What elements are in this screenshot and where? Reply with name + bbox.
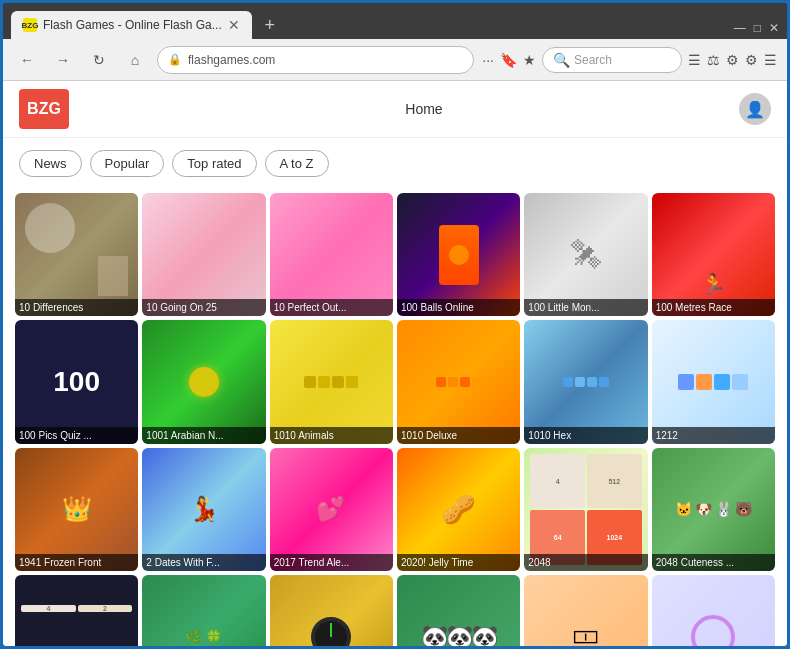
address-bar[interactable]: 🔒 flashgames.com: [157, 46, 474, 74]
nav-actions: ··· 🔖 ★ 🔍 Search ☰ ⚖ ⚙ ⚙ ☰: [482, 47, 777, 73]
game-card-1212[interactable]: 1212: [652, 320, 775, 443]
search-bar[interactable]: 🔍 Search: [542, 47, 682, 73]
game-title: 1010 Deluxe: [397, 427, 520, 444]
game-card-10-perfect-out[interactable]: 10 Perfect Out...: [270, 193, 393, 316]
tab-title: Flash Games - Online Flash Ga...: [43, 18, 222, 32]
game-card-100-little-mon[interactable]: 🛰 100 Little Mon...: [524, 193, 647, 316]
game-card-2017-trend-ale[interactable]: 💕 2017 Trend Ale...: [270, 448, 393, 571]
game-card-1001-arabian[interactable]: 1001 Arabian N...: [142, 320, 265, 443]
game-card-2-dates-with-f[interactable]: 💃 2 Dates With F...: [142, 448, 265, 571]
game-title: 100 Balls Online: [397, 299, 520, 316]
filter-a-to-z[interactable]: A to Z: [265, 150, 329, 177]
game-title: 100 Little Mon...: [524, 299, 647, 316]
game-card-360-degree[interactable]: 360 Degree: [652, 575, 775, 646]
game-card-2020-jelly-time[interactable]: 🥜 2020! Jelly Time: [397, 448, 520, 571]
tab-close-button[interactable]: ✕: [228, 17, 240, 33]
address-text: flashgames.com: [188, 53, 463, 67]
game-title: 2048 Cuteness ...: [652, 554, 775, 571]
game-title: 10 Perfect Out...: [270, 299, 393, 316]
search-placeholder: Search: [574, 53, 612, 67]
game-card-10-differences[interactable]: 10 Differences: [15, 193, 138, 316]
reload-button[interactable]: ↻: [85, 46, 113, 74]
game-card-2048[interactable]: 4 512 64 1024 2048: [524, 448, 647, 571]
filter-news[interactable]: News: [19, 150, 82, 177]
sync-icon[interactable]: ⚖: [707, 52, 720, 68]
tab-favicon: BZG: [23, 18, 37, 32]
extension2-icon[interactable]: ⚙: [745, 52, 758, 68]
pocket-icon[interactable]: 🔖: [500, 52, 517, 68]
game-title: 2048: [524, 554, 647, 571]
new-tab-button[interactable]: +: [256, 11, 284, 39]
game-card-22-seconds-online[interactable]: 22 Seconds Online: [270, 575, 393, 646]
game-title: 1010 Hex: [524, 427, 647, 444]
maximize-button[interactable]: □: [754, 21, 761, 35]
more-options-icon[interactable]: ···: [482, 52, 494, 68]
game-title: 1010 Animals: [270, 427, 393, 444]
game-card-100-metres-race[interactable]: 🏃 100 Metres Race: [652, 193, 775, 316]
extension-icon[interactable]: ⚙: [726, 52, 739, 68]
game-title: 1941 Frozen Front: [15, 554, 138, 571]
active-tab[interactable]: BZG Flash Games - Online Flash Ga... ✕: [11, 11, 252, 39]
game-title: 10 Differences: [15, 299, 138, 316]
filter-popular[interactable]: Popular: [90, 150, 165, 177]
game-title: 10 Going On 25: [142, 299, 265, 316]
nav-bar: ← → ↻ ⌂ 🔒 flashgames.com ··· 🔖 ★ 🔍 Searc…: [3, 39, 787, 81]
game-title: 2 Dates With F...: [142, 554, 265, 571]
game-card-2048-grow-up[interactable]: 🌿 🍀 2048 Grow Up: [142, 575, 265, 646]
game-title: 100 Metres Race: [652, 299, 775, 316]
home-button[interactable]: ⌂: [121, 46, 149, 74]
site-header: BZG Home 👤: [3, 81, 787, 138]
minimize-button[interactable]: —: [734, 21, 746, 35]
game-card-1010-animals[interactable]: 1010 Animals: [270, 320, 393, 443]
game-title: 2020! Jelly Time: [397, 554, 520, 571]
bookmark-icon[interactable]: ★: [523, 52, 536, 68]
game-card-2048-cuteness[interactable]: 🐱 🐶 🐰 🐻 2048 Cuteness ...: [652, 448, 775, 571]
game-card-1941-frozen-front[interactable]: 👑 1941 Frozen Front: [15, 448, 138, 571]
user-avatar[interactable]: 👤: [739, 93, 771, 125]
game-card-3-pandas[interactable]: 🐼🐼🐼 3 Pandas: [397, 575, 520, 646]
game-thumb-text: 100: [53, 366, 100, 398]
game-card-1010-hex[interactable]: 1010 Hex: [524, 320, 647, 443]
back-button[interactable]: ←: [13, 46, 41, 74]
browser-window: BZG Flash Games - Online Flash Ga... ✕ +…: [0, 0, 790, 649]
game-title: 1001 Arabian N...: [142, 427, 265, 444]
window-controls: — □ ✕: [284, 21, 779, 39]
search-icon: 🔍: [553, 52, 570, 68]
tab-bar: BZG Flash Games - Online Flash Ga... ✕ +…: [3, 3, 787, 39]
close-button[interactable]: ✕: [769, 21, 779, 35]
game-card-3-pyramid-trip[interactable]: 🀱 3 Pyramid Trip...: [524, 575, 647, 646]
game-card-10-going-on-25[interactable]: 10 Going On 25: [142, 193, 265, 316]
home-link[interactable]: Home: [109, 101, 739, 117]
game-card-100-balls-online[interactable]: 100 Balls Online: [397, 193, 520, 316]
filter-bar: News Popular Top rated A to Z: [3, 138, 787, 189]
game-title: 1212: [652, 427, 775, 444]
page-content: BZG Home 👤 News Popular Top rated A to Z…: [3, 81, 787, 646]
forward-button[interactable]: →: [49, 46, 77, 74]
game-title: 2017 Trend Ale...: [270, 554, 393, 571]
game-card-100-pics-quiz[interactable]: 100 100 Pics Quiz ...: [15, 320, 138, 443]
game-card-2048-g8[interactable]: 4 2 8 16 2048 G8: [15, 575, 138, 646]
reader-icon[interactable]: ☰: [688, 52, 701, 68]
game-title: 100 Pics Quiz ...: [15, 427, 138, 444]
filter-top-rated[interactable]: Top rated: [172, 150, 256, 177]
menu-icon[interactable]: ☰: [764, 52, 777, 68]
games-grid: 10 Differences 10 Going On 25 10 Perfect…: [3, 189, 787, 646]
game-card-1010-deluxe[interactable]: 1010 Deluxe: [397, 320, 520, 443]
lock-icon: 🔒: [168, 53, 182, 66]
site-logo: BZG: [19, 89, 69, 129]
